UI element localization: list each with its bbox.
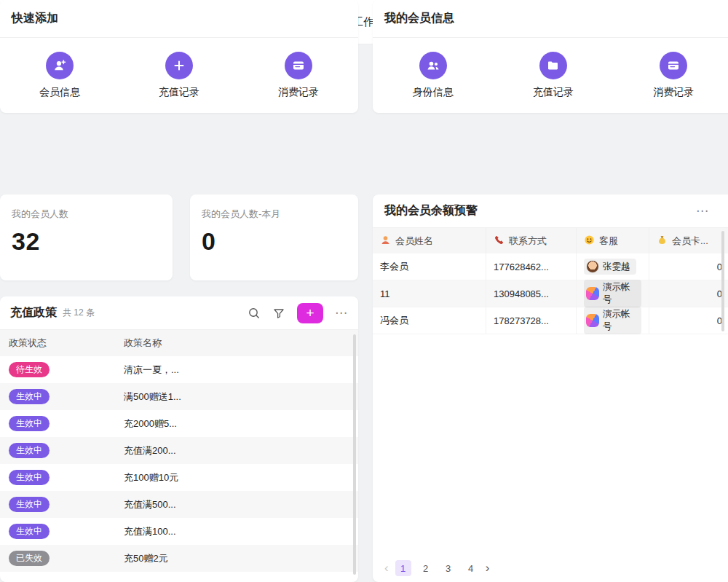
- moneybag-icon: [657, 235, 668, 248]
- shortcut-recharge-record[interactable]: 充值记录: [493, 52, 613, 99]
- card-header: 充值政策 共 12 条 + ⋯: [0, 296, 358, 330]
- status-badge: 生效中: [9, 389, 50, 404]
- shortcut-consume-record[interactable]: 消费记录: [614, 52, 728, 99]
- status-badge: 生效中: [9, 443, 50, 457]
- card-title: 快速添加: [12, 11, 58, 26]
- card-title: 充值政策: [10, 305, 57, 321]
- agent-chip: 演示帐号: [584, 280, 641, 307]
- photo-avatar: [586, 260, 599, 273]
- group-icon: [419, 52, 447, 79]
- agent-cell: 演示帐号: [577, 307, 649, 334]
- table-header: 会员姓名 联系方式 客服 会员卡...: [373, 228, 728, 253]
- shortcut-consume-record[interactable]: 消费记录: [239, 52, 358, 99]
- smiley-icon: [584, 235, 595, 248]
- column-header-card-balance: 会员卡...: [649, 228, 728, 253]
- status-badge: 生效中: [9, 497, 50, 511]
- page-button-1[interactable]: 1: [395, 560, 411, 576]
- plus-icon: [165, 52, 193, 79]
- policy-name: 充值满200...: [115, 444, 358, 457]
- more-icon[interactable]: ⋯: [335, 307, 348, 319]
- agent-cell: 演示帐号: [577, 280, 649, 307]
- table-row[interactable]: 待生效 清凉一夏，...: [0, 356, 358, 383]
- shortcut-label: 充值记录: [533, 86, 574, 99]
- status-badge: 生效中: [9, 524, 50, 538]
- column-header-contact: 联系方式: [486, 228, 577, 253]
- shortcut-label: 充值记录: [159, 86, 199, 99]
- table-header: 政策状态 政策名称: [0, 330, 358, 356]
- stat-label: 我的会员人数: [0, 194, 173, 221]
- folder-icon: [539, 52, 567, 79]
- policy-name: 清凉一夏，...: [115, 363, 358, 377]
- card-icon: [285, 52, 312, 79]
- brand-logo: [586, 287, 599, 300]
- shortcut-row: 身份信息 充值记录 消费记录: [373, 38, 728, 112]
- status-badge: 已失效: [9, 551, 50, 565]
- shortcut-identity-info[interactable]: 身份信息: [373, 52, 493, 99]
- shortcut-row: 会员信息 充值记录 消费记录: [0, 38, 358, 112]
- vertical-scrollbar[interactable]: [353, 334, 356, 575]
- search-icon[interactable]: [248, 307, 261, 320]
- more-icon[interactable]: ⋯: [696, 205, 709, 217]
- shortcut-member-info[interactable]: 会员信息: [0, 52, 119, 99]
- phone-icon: [494, 235, 505, 248]
- page-button-2[interactable]: 2: [418, 560, 434, 576]
- column-header-agent: 客服: [577, 228, 649, 253]
- table-row[interactable]: 生效中 充值满500...: [0, 491, 358, 518]
- policy-name: 充值满100...: [115, 525, 358, 538]
- balance-warning-card: 我的会员余额预警 ⋯ 会员姓名 联系方式 客服 会员卡... 李会员 17762…: [373, 194, 728, 582]
- add-record-button[interactable]: +: [297, 303, 323, 323]
- table-row[interactable]: 冯会员 178273728... 演示帐号 0: [373, 307, 728, 334]
- status-badge: 生效中: [9, 470, 50, 484]
- table-row[interactable]: 已失效 充50赠2元: [0, 545, 358, 572]
- table-row[interactable]: 生效中 充2000赠5...: [0, 410, 358, 437]
- member-name: 11: [373, 280, 486, 307]
- next-page-icon[interactable]: ›: [486, 561, 490, 575]
- page-button-3[interactable]: 3: [440, 560, 456, 576]
- stat-card-member-count: 我的会员人数 32: [0, 194, 173, 280]
- stat-card-member-count-month: 我的会员人数-本月 0: [190, 194, 358, 280]
- stat-label: 我的会员人数-本月: [190, 194, 358, 221]
- shortcut-recharge-record[interactable]: 充值记录: [119, 52, 239, 99]
- filter-icon[interactable]: [272, 307, 285, 320]
- column-header-status: 政策状态: [0, 337, 115, 350]
- member-phone: 177628462...: [486, 253, 577, 280]
- table-row[interactable]: 11 130948085... 演示帐号 0: [373, 280, 728, 307]
- page-button-4[interactable]: 4: [463, 560, 479, 576]
- card-balance: 0: [649, 253, 728, 280]
- brand-logo: [586, 314, 599, 327]
- shortcut-label: 消费记录: [278, 86, 319, 99]
- shortcut-label: 身份信息: [413, 86, 454, 99]
- recharge-policy-card: 充值政策 共 12 条 + ⋯ 政策状态 政策名称 待生效 清凉一夏，... 生…: [0, 296, 358, 582]
- policy-name: 充值满500...: [115, 498, 358, 511]
- table-row[interactable]: 生效中 充值满200...: [0, 437, 358, 464]
- vertical-scrollbar[interactable]: [721, 231, 724, 331]
- agent-chip: 张雯越: [584, 259, 636, 275]
- member-add-icon: [46, 52, 74, 79]
- previous-page-icon[interactable]: ‹: [384, 561, 389, 575]
- table-row[interactable]: 生效中 充100赠10元: [0, 464, 358, 491]
- policy-name: 满500赠送1...: [115, 390, 358, 404]
- status-badge: 待生效: [9, 362, 50, 377]
- card-header: 快速添加: [0, 0, 358, 38]
- table-row[interactable]: 生效中 充值满100...: [0, 518, 358, 545]
- column-header-name: 政策名称: [115, 337, 358, 350]
- card-balance: 0: [649, 307, 728, 334]
- member-name: 李会员: [373, 253, 486, 280]
- policy-name: 充100赠10元: [115, 471, 358, 484]
- member-phone: 130948085...: [486, 280, 577, 307]
- shortcut-label: 消费记录: [653, 86, 694, 99]
- card-icon: [660, 52, 687, 79]
- toolbar: + ⋯: [248, 303, 348, 323]
- card-title: 我的会员信息: [384, 11, 454, 26]
- agent-cell: 张雯越: [577, 253, 649, 280]
- member-info-card: 我的会员信息 身份信息 充值记录 消费记录: [373, 0, 728, 113]
- table-row[interactable]: 李会员 177628462... 张雯越 0: [373, 253, 728, 280]
- table-row[interactable]: 生效中 满500赠送1...: [0, 383, 358, 410]
- policy-name: 充50赠2元: [115, 552, 358, 565]
- card-header: 我的会员余额预警 ⋯: [373, 194, 728, 228]
- record-count: 共 12 条: [63, 307, 95, 319]
- pagination: ‹ 1 2 3 4 ›: [384, 560, 489, 576]
- column-header-member-name: 会员姓名: [373, 228, 486, 253]
- card-header: 我的会员信息: [373, 0, 728, 38]
- agent-chip: 演示帐号: [584, 307, 641, 334]
